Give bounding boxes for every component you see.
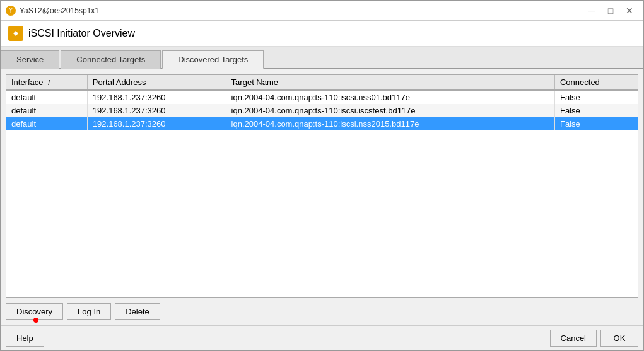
ok-button[interactable]: OK bbox=[600, 330, 638, 347]
tab-connected[interactable]: Connected Targets bbox=[61, 50, 161, 69]
table-body: default192.168.1.237:3260iqn.2004-04.com… bbox=[6, 90, 638, 130]
cancel-button[interactable]: Cancel bbox=[550, 330, 597, 347]
cell-target: iqn.2004-04.com.qnap:ts-110:iscsi.iscste… bbox=[226, 104, 554, 117]
app-icon bbox=[8, 26, 23, 41]
delete-button[interactable]: Delete bbox=[115, 303, 160, 320]
help-button[interactable]: Help bbox=[6, 330, 44, 347]
cell-interface: default bbox=[6, 90, 87, 104]
cell-connected: False bbox=[554, 90, 638, 104]
cell-interface: default bbox=[6, 117, 87, 130]
footer-right: Cancel OK bbox=[550, 330, 638, 347]
tab-discovered[interactable]: Discovered Targets bbox=[162, 50, 264, 69]
cell-connected: False bbox=[554, 104, 638, 117]
table-header-row: Interface / Portal Address Target Name C… bbox=[6, 75, 638, 90]
app-title: iSCSI Initiator Overview bbox=[28, 28, 135, 39]
column-header-connected[interactable]: Connected bbox=[554, 75, 638, 90]
tab-bar: Service Connected Targets Discovered Tar… bbox=[1, 47, 643, 69]
column-header-interface[interactable]: Interface / bbox=[6, 75, 87, 90]
app-header: iSCSI Initiator Overview bbox=[1, 21, 643, 47]
close-button[interactable]: ✕ bbox=[621, 4, 638, 18]
discovery-indicator bbox=[33, 318, 38, 323]
tab-service[interactable]: Service bbox=[1, 50, 59, 69]
main-window: Y YaST2@oes2015sp1x1 ─ □ ✕ iSCSI Initiat… bbox=[0, 0, 644, 351]
table-row[interactable]: default192.168.1.237:3260iqn.2004-04.com… bbox=[6, 90, 638, 104]
column-header-portal[interactable]: Portal Address bbox=[87, 75, 226, 90]
targets-table: Interface / Portal Address Target Name C… bbox=[6, 75, 638, 130]
table-row[interactable]: default192.168.1.237:3260iqn.2004-04.com… bbox=[6, 104, 638, 117]
action-button-bar: Discovery Log In Delete bbox=[6, 303, 638, 320]
footer-left: Help bbox=[6, 330, 44, 347]
cell-connected: False bbox=[554, 117, 638, 130]
app-icon-small: Y bbox=[6, 6, 16, 16]
window-controls: ─ □ ✕ bbox=[583, 4, 638, 18]
column-header-target[interactable]: Target Name bbox=[226, 75, 554, 90]
titlebar: Y YaST2@oes2015sp1x1 ─ □ ✕ bbox=[1, 1, 643, 21]
cell-target: iqn.2004-04.com.qnap:ts-110:iscsi.nss201… bbox=[226, 117, 554, 130]
cell-portal: 192.168.1.237:3260 bbox=[87, 117, 226, 130]
targets-table-container: Interface / Portal Address Target Name C… bbox=[6, 74, 638, 298]
discovery-button-wrapper: Discovery bbox=[6, 303, 63, 320]
cell-interface: default bbox=[6, 104, 87, 117]
login-button[interactable]: Log In bbox=[67, 303, 111, 320]
table-row[interactable]: default192.168.1.237:3260iqn.2004-04.com… bbox=[6, 117, 638, 130]
content-area: Interface / Portal Address Target Name C… bbox=[1, 69, 643, 325]
window-title: YaST2@oes2015sp1x1 bbox=[20, 6, 99, 15]
cell-portal: 192.168.1.237:3260 bbox=[87, 104, 226, 117]
titlebar-left: Y YaST2@oes2015sp1x1 bbox=[6, 6, 99, 16]
cell-portal: 192.168.1.237:3260 bbox=[87, 90, 226, 104]
maximize-button[interactable]: □ bbox=[602, 4, 619, 18]
cell-target: iqn.2004-04.com.qnap:ts-110:iscsi.nss01.… bbox=[226, 90, 554, 104]
minimize-button[interactable]: ─ bbox=[583, 4, 600, 18]
sort-icon: / bbox=[48, 79, 50, 86]
footer: Help Cancel OK bbox=[1, 325, 643, 350]
